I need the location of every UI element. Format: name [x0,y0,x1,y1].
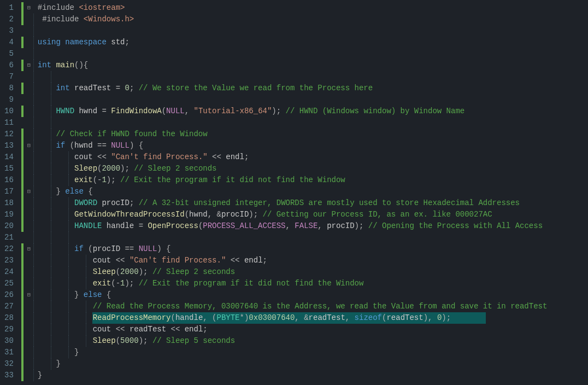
code-content: HANDLE handle = OpenProcess(PROCESS_ALL_… [38,221,543,230]
line-number[interactable]: 12 [4,129,14,140]
line-number[interactable]: 20 [4,220,14,232]
code-line[interactable]: } else { [33,289,588,301]
line-number[interactable]: 2 [4,14,14,25]
code-line[interactable]: Sleep(2000); // Sleep 2 seconds [33,266,588,278]
code-line[interactable] [33,25,588,37]
code-line[interactable]: } else { [33,186,588,197]
code-line[interactable] [33,94,588,106]
line-number[interactable]: 17 [4,186,14,197]
line-number[interactable]: 18 [4,197,14,209]
code-line[interactable]: int readTest = 0; // We store the Value … [33,83,588,94]
token-func: Sleep [74,164,97,173]
line-number[interactable]: 19 [4,209,14,220]
code-line[interactable]: #include <iostream> [33,2,588,14]
token-text [38,279,93,288]
line-number[interactable]: 24 [4,266,14,278]
line-number[interactable]: 28 [4,312,14,324]
line-number[interactable]: 22 [4,243,14,255]
line-number[interactable]: 9 [4,94,14,106]
line-number[interactable]: 6 [4,60,14,71]
code-line[interactable]: if (procID == NULL) { [33,243,588,255]
code-line[interactable]: exit(-1); // Exit the program if it did … [33,174,588,186]
code-line[interactable]: HANDLE handle = OpenProcess(PROCESS_ALL_… [33,220,588,232]
fold-toggle-icon[interactable]: ⊟ [25,186,33,197]
fold-toggle-icon[interactable]: ⊟ [25,243,33,255]
line-number[interactable]: 11 [4,117,14,129]
code-line[interactable]: #include <Windows.h> [33,14,588,25]
line-number[interactable]: 10 [4,106,14,117]
change-mark [21,94,23,106]
line-number[interactable]: 25 [4,278,14,289]
line-number[interactable]: 32 [4,358,14,370]
code-line[interactable]: if (hwnd == NULL) { [33,140,588,151]
line-number[interactable]: 30 [4,335,14,347]
fold-toggle-icon[interactable]: ⊟ [25,2,33,14]
line-number[interactable]: 5 [4,48,14,60]
line-number[interactable]: 4 [4,37,14,48]
code-line[interactable]: exit(-1); // Exit the program if it did … [33,278,588,289]
code-line[interactable]: HWND hwnd = FindWindowA(NULL, "Tutorial-… [33,106,588,117]
code-line[interactable]: } [33,370,588,381]
fold-spacer [25,117,33,129]
line-number[interactable]: 31 [4,347,14,358]
token-type: HANDLE [74,221,107,230]
token-op: } [74,290,84,299]
indent-guide [51,94,51,106]
token-op: << [116,256,130,265]
code-line[interactable] [33,117,588,129]
code-area[interactable]: #include <iostream> #include <Windows.h>… [33,0,588,385]
code-line[interactable] [33,48,588,60]
code-line[interactable]: using namespace std; [33,37,588,48]
line-number[interactable]: 27 [4,301,14,312]
fold-column[interactable]: ⊟⊟⊟⊟⊟⊟ [25,0,33,385]
fold-spacer [25,347,33,358]
token-op: } [74,348,79,357]
code-line[interactable]: } [33,358,588,370]
token-const: NULL [139,244,157,253]
line-number[interactable]: 7 [4,71,14,83]
line-number[interactable]: 3 [4,25,14,37]
line-number[interactable]: 1 [4,2,14,14]
code-line[interactable]: cout << "Can't find Process." << endl; [33,255,588,266]
code-line[interactable] [33,232,588,243]
change-mark [21,186,23,197]
line-number[interactable]: 14 [4,151,14,163]
code-line[interactable]: Sleep(2000); // Sleep 2 seconds [33,163,588,174]
token-type: DWORD [74,199,102,207]
code-line[interactable]: GetWindowThreadProcessId(hwnd, &procID);… [33,209,588,220]
code-line[interactable]: } [33,347,588,358]
code-line[interactable]: ReadProcessMemory(handle, (PBYTE*)0x0300… [33,312,588,324]
code-line[interactable]: Sleep(5000); // Sleep 5 seconds [33,335,588,347]
token-ident: endl [226,153,244,161]
code-line[interactable]: cout << "Can't find Process." << endl; [33,151,588,163]
token-text [38,313,93,322]
line-number[interactable]: 8 [4,83,14,94]
code-line[interactable]: int main(){ [33,60,588,71]
code-content: } [38,348,79,357]
line-number[interactable]: 26 [4,289,14,301]
line-number[interactable]: 15 [4,163,14,174]
line-number[interactable]: 21 [4,232,14,243]
line-number[interactable]: 13 [4,140,14,151]
token-op: ; [263,256,267,265]
token-text [38,348,74,357]
fold-toggle-icon[interactable]: ⊟ [25,60,33,71]
code-line[interactable]: DWORD procID; // A 32-bit unsigned integ… [33,197,588,209]
token-func: main [56,61,74,69]
line-number[interactable]: 23 [4,255,14,266]
token-const: NULL [166,107,185,115]
fold-toggle-icon[interactable]: ⊟ [25,289,33,301]
code-editor[interactable]: 1234567891011121314151617181920212223242… [0,0,588,385]
token-op: << [97,153,111,161]
indent-guide [33,83,34,94]
line-number[interactable]: 16 [4,174,14,186]
line-number[interactable]: 33 [4,370,14,381]
fold-toggle-icon[interactable]: ⊟ [25,140,33,151]
line-number-gutter[interactable]: 1234567891011121314151617181920212223242… [0,0,20,385]
line-number[interactable]: 29 [4,324,14,335]
code-line[interactable]: // Check if HWND found the Window [33,129,588,140]
code-line[interactable]: // Read the Process Memory, 03007640 is … [33,301,588,312]
code-line[interactable] [33,71,588,83]
code-line[interactable]: cout << readTest << endl; [33,324,588,335]
token-op: ); [107,176,120,184]
